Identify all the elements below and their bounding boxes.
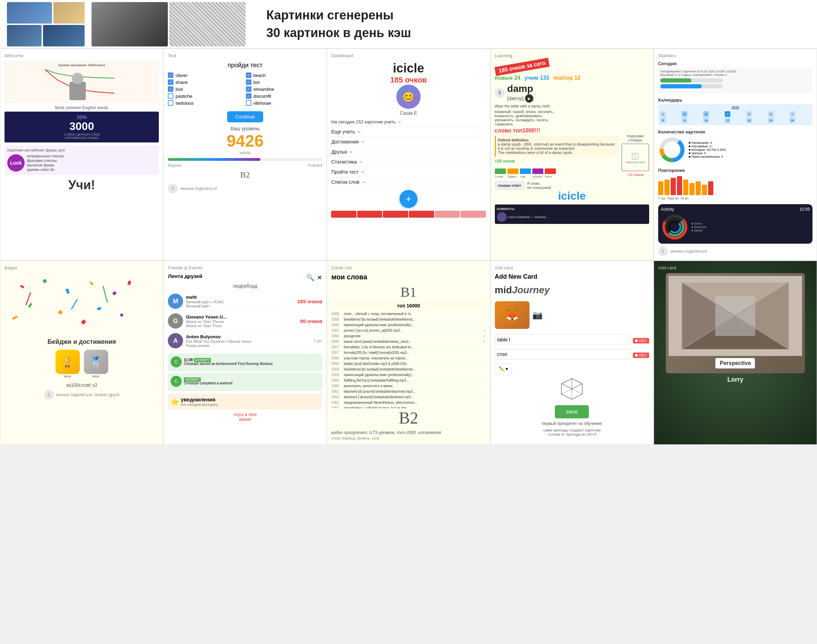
hint-label: подскажи словарь	[621, 134, 649, 142]
svg-rect-23	[671, 178, 676, 195]
svg-rect-7	[545, 169, 556, 174]
cb-shave-box[interactable]	[168, 80, 174, 85]
cb-clever[interactable]: clever	[168, 72, 244, 78]
badge2-label: Work	[92, 375, 100, 378]
cb-discomfit-box[interactable]	[246, 93, 252, 99]
cb-bot[interactable]: bot	[246, 80, 322, 85]
friend-score-2: 90 очков	[300, 318, 322, 324]
leaderboard-label: лидерборд	[168, 283, 322, 289]
badge-score: за100слов! x2	[5, 382, 159, 388]
list-item: 3362destined [ˈdestɪnd] brelasbde/destin…	[331, 394, 485, 400]
cb-streamline-box[interactable]	[246, 86, 252, 92]
list-item: 3358участник торгов, покупатель на торга…	[331, 356, 485, 361]
cb-pastiche-box[interactable]	[168, 93, 174, 99]
add-button[interactable]: +	[399, 190, 418, 208]
svg-text:Легко: Легко	[545, 175, 552, 178]
svg-rect-21	[658, 181, 663, 195]
level-indicators: Beginner Proficient	[168, 164, 322, 167]
show-answer-btn[interactable]: покажи ответ	[495, 181, 524, 190]
cb-shave[interactable]: shave	[168, 80, 244, 85]
minus-score: -10 очков	[621, 173, 649, 177]
comment-avatar	[497, 212, 507, 222]
cb-discomfit[interactable]: discomfit	[246, 93, 322, 99]
top16000-label: топ 16000	[331, 302, 485, 310]
camera-icon[interactable]: 📷	[532, 310, 543, 320]
topic-urban: идиомы urban dic	[27, 168, 64, 172]
save-button[interactable]: save	[555, 405, 589, 419]
cb-beach-box[interactable]	[246, 72, 252, 78]
card-count-info[interactable]: На сегодня 152 карточки учить →	[331, 117, 485, 127]
dashboard-word: icicle	[331, 61, 485, 75]
welcome-panel: Welcome Кривая забывания Эббингауза Most…	[0, 49, 163, 261]
cb-sedulous[interactable]: sedulous	[168, 100, 244, 106]
learning-title: Learning	[495, 53, 649, 58]
search-icon[interactable]: 🔍	[307, 274, 314, 281]
card-list[interactable]: 3009omni... сбитый с толку, поставленный…	[331, 311, 485, 408]
word-ru-input[interactable]	[495, 349, 631, 359]
list-item: 3360приносящий удовольствие (professiona…	[331, 322, 485, 328]
word-list-link[interactable]: Список слов →	[331, 177, 485, 187]
comments-label: комменты	[497, 207, 647, 211]
cube-area	[495, 377, 649, 402]
stats-share-icon[interactable]: ⇧	[658, 247, 668, 256]
svg-text:Слова: Слова	[495, 175, 503, 178]
topic-phrasal: фразовые глаголы	[27, 159, 64, 163]
edit-button[interactable]: ✏️ ▾	[495, 363, 512, 374]
badges-panel: Bages Бейджи и достижения 🏆	[0, 261, 163, 445]
stats-link[interactable]: Статистика →	[331, 157, 485, 167]
share-icon-learn[interactable]: ⇧	[495, 88, 505, 98]
score-tag: 185 очков за сего	[494, 58, 550, 76]
cb-vibrissae-box[interactable]	[246, 100, 252, 106]
achievements-link[interactable]: Достижения →	[331, 137, 485, 147]
level-progress-bar	[168, 158, 322, 161]
draw-box[interactable]: ◫ нарисуй своё	[621, 144, 649, 171]
continue-button[interactable]: Continue	[227, 111, 263, 123]
list-item: 3362nonetheless. I still felt grumpy, bu…	[331, 406, 485, 408]
play-button[interactable]: ▶	[525, 94, 533, 103]
pb-block-4	[409, 211, 434, 218]
score-plus: +20 очков	[495, 159, 619, 164]
share-icon[interactable]: ⇧	[168, 184, 178, 193]
friend-item-2: G Giovano Yosen U... Attack on Titan The…	[168, 311, 322, 331]
take-test-link[interactable]: Пройти тест →	[331, 167, 485, 177]
cb-clever-box[interactable]	[168, 72, 174, 78]
friend-item-1: M mefit Великий идёт • RSAC Великий идёт…	[168, 291, 322, 311]
svg-rect-25	[683, 179, 688, 195]
invite-row: ⇧ иконка поделиться позвал друга	[5, 390, 159, 400]
learn-stats-row: новые 24 учим 133 повтор 12	[495, 75, 649, 81]
cb-streamline[interactable]: streamline	[246, 86, 322, 92]
list-item: 3357formally205 [fɔːˈmæltl] formally0205…	[331, 350, 485, 356]
cards-count-label: Количество карточек	[658, 129, 812, 135]
badge-gold-1: 🏆	[55, 350, 80, 374]
close-icon[interactable]: ✕	[317, 274, 322, 281]
svg-rect-16	[660, 84, 702, 88]
teach-label: Учи!	[5, 178, 159, 192]
cb-loot[interactable]: loot	[168, 86, 244, 92]
invite-share-icon[interactable]: ⇧	[44, 390, 54, 400]
svg-rect-29	[708, 181, 713, 195]
word-en-input[interactable]	[495, 334, 631, 345]
learn-more-link[interactable]: Еще учить →	[331, 127, 485, 137]
cb-sedulous-box[interactable]	[168, 100, 174, 106]
cards-count-section: Количество карточек ■ Расписание: 0 ■ Из…	[658, 129, 812, 164]
calendar-label: Календарь	[658, 97, 812, 103]
pb-block-1	[331, 211, 356, 218]
level-section: Ваш уровень 9426 words Beginner Proficie…	[168, 126, 322, 167]
cb-bot-box[interactable]	[246, 80, 252, 85]
friends-link[interactable]: Друзья →	[331, 147, 485, 157]
list-item: 3360выполнить, воплотить в жизнь	[331, 383, 485, 389]
friend-avatar-3: A	[168, 333, 183, 348]
add-card-title: Add card	[495, 265, 649, 270]
cb-loot-box[interactable]	[168, 86, 174, 92]
list-item: 3359bewildered [bɪˈwɪldəd] brelasbde/bew…	[331, 317, 485, 322]
friend-score-1: 185 очков	[297, 298, 322, 304]
learn-transcription: [dæmp]	[507, 96, 524, 101]
cube-icon	[560, 377, 584, 401]
learn-meanings: влажный; сырой; влага; затухать;влажност…	[495, 109, 649, 126]
cards-heading: мои слова	[331, 273, 485, 281]
friends-heading: Лента друзей	[168, 273, 202, 279]
cb-pastiche[interactable]: pastiche	[168, 93, 244, 99]
cb-vibrissae[interactable]: vibrissae	[246, 100, 322, 106]
friend-time-3: 2 дн.	[314, 339, 322, 343]
cb-beach[interactable]: beach	[246, 72, 322, 78]
